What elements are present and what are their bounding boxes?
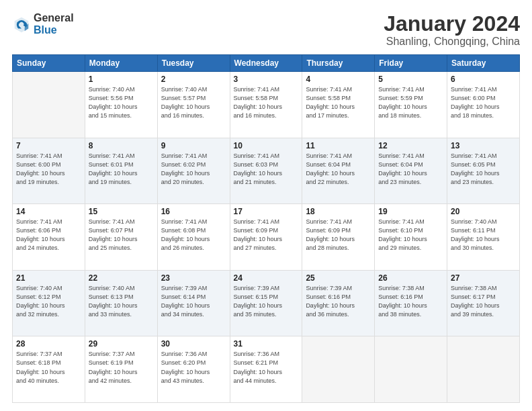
calendar-week-row: 28Sunrise: 7:37 AM Sunset: 6:18 PM Dayli… xyxy=(13,336,520,403)
day-info: Sunrise: 7:36 AM Sunset: 6:21 PM Dayligh… xyxy=(234,350,299,385)
table-row: 25Sunrise: 7:39 AM Sunset: 6:16 PM Dayli… xyxy=(302,270,375,336)
table-row: 10Sunrise: 7:41 AM Sunset: 6:03 PM Dayli… xyxy=(230,138,302,204)
calendar-week-row: 21Sunrise: 7:40 AM Sunset: 6:12 PM Dayli… xyxy=(13,270,520,336)
table-row: 1Sunrise: 7:40 AM Sunset: 5:56 PM Daylig… xyxy=(85,72,157,138)
table-row: 13Sunrise: 7:41 AM Sunset: 6:05 PM Dayli… xyxy=(447,138,520,204)
table-row: 23Sunrise: 7:39 AM Sunset: 6:14 PM Dayli… xyxy=(157,270,230,336)
day-info: Sunrise: 7:41 AM Sunset: 6:04 PM Dayligh… xyxy=(306,152,371,187)
table-row: 28Sunrise: 7:37 AM Sunset: 6:18 PM Dayli… xyxy=(13,336,85,403)
table-row: 3Sunrise: 7:41 AM Sunset: 5:58 PM Daylig… xyxy=(230,72,302,138)
day-number: 29 xyxy=(89,339,154,349)
calendar-header-row: Sunday Monday Tuesday Wednesday Thursday… xyxy=(13,55,520,72)
day-number: 14 xyxy=(16,207,81,216)
day-number: 17 xyxy=(234,207,299,216)
day-number: 31 xyxy=(234,339,299,349)
day-number: 8 xyxy=(89,141,154,150)
col-wednesday: Wednesday xyxy=(230,55,302,72)
table-row: 6Sunrise: 7:41 AM Sunset: 6:00 PM Daylig… xyxy=(447,72,520,138)
table-row xyxy=(302,336,375,403)
day-number: 1 xyxy=(89,75,154,84)
header: General Blue January 2024 Shanling, Chon… xyxy=(12,12,520,48)
day-number: 20 xyxy=(451,207,516,216)
day-number: 7 xyxy=(16,141,81,150)
table-row: 18Sunrise: 7:41 AM Sunset: 6:09 PM Dayli… xyxy=(302,204,375,271)
table-row: 12Sunrise: 7:41 AM Sunset: 6:04 PM Dayli… xyxy=(375,138,447,204)
day-info: Sunrise: 7:41 AM Sunset: 6:08 PM Dayligh… xyxy=(161,218,226,253)
table-row: 30Sunrise: 7:36 AM Sunset: 6:20 PM Dayli… xyxy=(157,336,230,403)
table-row: 19Sunrise: 7:41 AM Sunset: 6:10 PM Dayli… xyxy=(375,204,447,271)
day-info: Sunrise: 7:41 AM Sunset: 6:00 PM Dayligh… xyxy=(451,85,516,120)
table-row xyxy=(447,336,520,403)
day-number: 22 xyxy=(89,273,154,283)
day-info: Sunrise: 7:41 AM Sunset: 6:00 PM Dayligh… xyxy=(16,152,81,187)
day-number: 5 xyxy=(378,75,443,84)
calendar-week-row: 1Sunrise: 7:40 AM Sunset: 5:56 PM Daylig… xyxy=(13,72,520,138)
day-info: Sunrise: 7:41 AM Sunset: 6:04 PM Dayligh… xyxy=(378,152,443,187)
day-number: 15 xyxy=(89,207,154,216)
logo-icon xyxy=(12,15,31,34)
day-number: 28 xyxy=(16,339,81,349)
table-row: 14Sunrise: 7:41 AM Sunset: 6:06 PM Dayli… xyxy=(13,204,85,271)
table-row: 4Sunrise: 7:41 AM Sunset: 5:58 PM Daylig… xyxy=(302,72,375,138)
day-info: Sunrise: 7:37 AM Sunset: 6:18 PM Dayligh… xyxy=(16,350,81,385)
calendar-location: Shanling, Chongqing, China xyxy=(384,36,520,48)
table-row: 7Sunrise: 7:41 AM Sunset: 6:00 PM Daylig… xyxy=(13,138,85,204)
day-info: Sunrise: 7:41 AM Sunset: 6:05 PM Dayligh… xyxy=(451,152,516,187)
day-info: Sunrise: 7:41 AM Sunset: 5:58 PM Dayligh… xyxy=(306,85,371,120)
table-row: 20Sunrise: 7:40 AM Sunset: 6:11 PM Dayli… xyxy=(447,204,520,271)
day-number: 30 xyxy=(161,339,226,349)
day-info: Sunrise: 7:41 AM Sunset: 6:01 PM Dayligh… xyxy=(89,152,154,187)
table-row: 5Sunrise: 7:41 AM Sunset: 5:59 PM Daylig… xyxy=(375,72,447,138)
table-row: 31Sunrise: 7:36 AM Sunset: 6:21 PM Dayli… xyxy=(230,336,302,403)
day-info: Sunrise: 7:41 AM Sunset: 6:09 PM Dayligh… xyxy=(234,218,299,253)
day-number: 27 xyxy=(451,273,516,283)
page: General Blue January 2024 Shanling, Chon… xyxy=(0,0,532,411)
calendar-week-row: 7Sunrise: 7:41 AM Sunset: 6:00 PM Daylig… xyxy=(13,138,520,204)
day-info: Sunrise: 7:41 AM Sunset: 5:59 PM Dayligh… xyxy=(378,85,443,120)
title-block: January 2024 Shanling, Chongqing, China xyxy=(384,12,520,48)
table-row: 17Sunrise: 7:41 AM Sunset: 6:09 PM Dayli… xyxy=(230,204,302,271)
calendar-title: January 2024 xyxy=(384,12,520,36)
day-number: 11 xyxy=(306,141,371,150)
calendar-week-row: 14Sunrise: 7:41 AM Sunset: 6:06 PM Dayli… xyxy=(13,204,520,271)
table-row: 21Sunrise: 7:40 AM Sunset: 6:12 PM Dayli… xyxy=(13,270,85,336)
table-row: 8Sunrise: 7:41 AM Sunset: 6:01 PM Daylig… xyxy=(85,138,157,204)
day-number: 24 xyxy=(234,273,299,283)
day-info: Sunrise: 7:40 AM Sunset: 5:56 PM Dayligh… xyxy=(89,85,154,120)
day-info: Sunrise: 7:36 AM Sunset: 6:20 PM Dayligh… xyxy=(161,350,226,385)
table-row: 9Sunrise: 7:41 AM Sunset: 6:02 PM Daylig… xyxy=(157,138,230,204)
day-info: Sunrise: 7:39 AM Sunset: 6:16 PM Dayligh… xyxy=(306,284,371,319)
day-number: 19 xyxy=(378,207,443,216)
col-thursday: Thursday xyxy=(302,55,375,72)
day-info: Sunrise: 7:39 AM Sunset: 6:14 PM Dayligh… xyxy=(161,284,226,319)
logo-text: General Blue xyxy=(34,12,74,36)
day-info: Sunrise: 7:41 AM Sunset: 6:06 PM Dayligh… xyxy=(16,218,81,253)
day-number: 18 xyxy=(306,207,371,216)
day-info: Sunrise: 7:41 AM Sunset: 6:09 PM Dayligh… xyxy=(306,218,371,253)
day-info: Sunrise: 7:38 AM Sunset: 6:16 PM Dayligh… xyxy=(378,284,443,319)
table-row: 29Sunrise: 7:37 AM Sunset: 6:19 PM Dayli… xyxy=(85,336,157,403)
day-number: 23 xyxy=(161,273,226,283)
day-info: Sunrise: 7:40 AM Sunset: 6:11 PM Dayligh… xyxy=(451,218,516,253)
day-number: 25 xyxy=(306,273,371,283)
logo-blue: Blue xyxy=(34,24,74,36)
col-sunday: Sunday xyxy=(13,55,85,72)
table-row: 22Sunrise: 7:40 AM Sunset: 6:13 PM Dayli… xyxy=(85,270,157,336)
col-saturday: Saturday xyxy=(447,55,520,72)
day-number: 4 xyxy=(306,75,371,84)
col-tuesday: Tuesday xyxy=(157,55,230,72)
day-number: 12 xyxy=(378,141,443,150)
day-number: 2 xyxy=(161,75,226,84)
table-row: 15Sunrise: 7:41 AM Sunset: 6:07 PM Dayli… xyxy=(85,204,157,271)
day-info: Sunrise: 7:37 AM Sunset: 6:19 PM Dayligh… xyxy=(89,350,154,385)
day-info: Sunrise: 7:41 AM Sunset: 5:58 PM Dayligh… xyxy=(234,85,299,120)
day-number: 13 xyxy=(451,141,516,150)
col-monday: Monday xyxy=(85,55,157,72)
table-row: 16Sunrise: 7:41 AM Sunset: 6:08 PM Dayli… xyxy=(157,204,230,271)
col-friday: Friday xyxy=(375,55,447,72)
table-row: 27Sunrise: 7:38 AM Sunset: 6:17 PM Dayli… xyxy=(447,270,520,336)
day-info: Sunrise: 7:40 AM Sunset: 5:57 PM Dayligh… xyxy=(161,85,226,120)
day-number: 26 xyxy=(378,273,443,283)
day-number: 3 xyxy=(234,75,299,84)
day-number: 21 xyxy=(16,273,81,283)
